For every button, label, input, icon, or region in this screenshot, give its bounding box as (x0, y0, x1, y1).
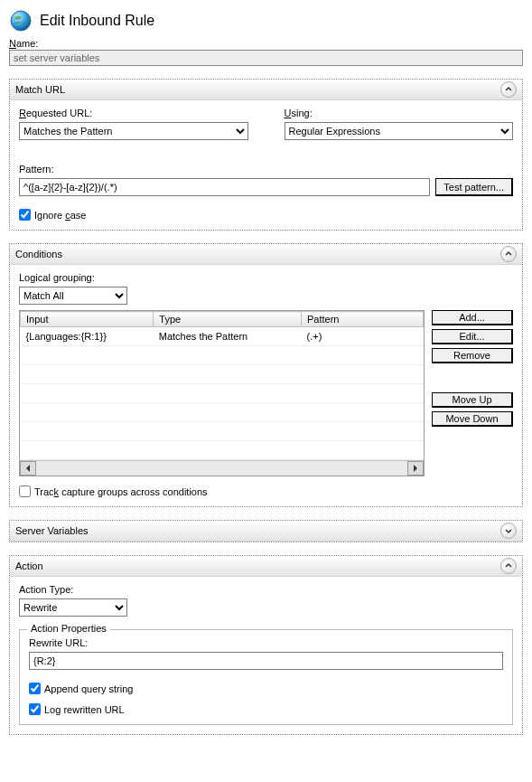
name-input[interactable] (9, 50, 523, 66)
conditions-button-stack: Add... Edit... Remove Move Up Move Down (432, 310, 513, 427)
append-query-label: Append query string (44, 683, 133, 694)
panel-header-action: Action (10, 556, 522, 577)
horizontal-scrollbar[interactable] (20, 460, 424, 476)
rewrite-url-label: Rewrite URL: (29, 637, 503, 648)
using-label: Using: (285, 108, 514, 118)
move-down-button[interactable]: Move Down (432, 411, 513, 427)
panel-match-url: Match URL Requested URL: Matches the Pat… (9, 79, 523, 231)
chevron-up-icon (505, 562, 512, 570)
panel-title: Conditions (15, 249, 62, 259)
col-type[interactable]: Type (154, 312, 302, 327)
table-row[interactable] (21, 346, 424, 365)
table-row[interactable] (21, 384, 424, 403)
pattern-label: Pattern: (19, 164, 513, 174)
requested-url-label: Requested URL: (19, 108, 248, 118)
test-pattern-button[interactable]: Test pattern... (435, 178, 513, 196)
table-row[interactable]: {Languages:{R:1}} Matches the Pattern (.… (21, 327, 424, 346)
scroll-left-icon[interactable] (20, 461, 36, 476)
page-title: Edit Inbound Rule (40, 13, 154, 29)
collapse-button[interactable] (500, 246, 517, 262)
table-row[interactable] (21, 365, 424, 384)
action-type-select[interactable]: Rewrite (19, 598, 127, 617)
track-groups-row: Track capture groups across conditions (19, 485, 513, 497)
collapse-button[interactable] (500, 558, 517, 574)
panel-header-conditions: Conditions (10, 244, 522, 265)
chevron-up-icon (505, 86, 512, 93)
pattern-input[interactable] (19, 178, 430, 196)
name-label: Name: (9, 38, 523, 49)
panel-header-server-variables[interactable]: Server Variables (10, 521, 522, 542)
requested-url-select[interactable]: Matches the Pattern (19, 122, 248, 140)
ignore-case-row: Ignore case (19, 209, 513, 221)
table-header-row: Input Type Pattern (21, 312, 424, 327)
append-query-checkbox[interactable] (29, 683, 41, 694)
panel-title: Server Variables (15, 525, 89, 536)
panel-action: Action Action Type: Rewrite Action Prope… (9, 555, 523, 735)
panel-server-variables: Server Variables (9, 520, 523, 542)
table-row[interactable] (21, 441, 424, 460)
move-up-button[interactable]: Move Up (432, 392, 513, 408)
chevron-up-icon (505, 250, 512, 258)
edit-button[interactable]: Edit... (432, 329, 513, 344)
ignore-case-label: Ignore case (34, 210, 87, 221)
panel-header-match-url: Match URL (10, 80, 522, 100)
using-select[interactable]: Regular Expressions (285, 122, 514, 140)
log-rewritten-label: Log rewritten URL (44, 704, 125, 715)
action-properties-fieldset: Action Properties Rewrite URL: Append qu… (19, 629, 513, 725)
remove-button[interactable]: Remove (432, 348, 513, 363)
log-rewritten-checkbox[interactable] (29, 703, 41, 715)
fieldset-legend: Action Properties (27, 623, 110, 634)
logical-grouping-label: Logical grouping: (19, 272, 513, 283)
col-input[interactable]: Input (21, 312, 154, 327)
table-row[interactable] (21, 422, 424, 441)
panel-conditions: Conditions Logical grouping: Match All I… (9, 243, 523, 507)
chevron-down-icon (505, 527, 512, 534)
add-button[interactable]: Add... (432, 310, 513, 325)
collapse-button[interactable] (500, 81, 517, 98)
globe-icon (9, 9, 33, 33)
page-header: Edit Inbound Rule (9, 9, 523, 33)
svg-point-0 (11, 11, 31, 31)
expand-button[interactable] (500, 523, 517, 539)
logical-grouping-select[interactable]: Match All (19, 287, 127, 305)
track-groups-checkbox[interactable] (19, 485, 31, 497)
action-type-label: Action Type: (19, 584, 513, 595)
panel-title: Match URL (15, 84, 65, 95)
panel-title: Action (15, 561, 43, 571)
col-pattern[interactable]: Pattern (301, 312, 423, 327)
log-rewritten-row: Log rewritten URL (29, 703, 503, 715)
ignore-case-checkbox[interactable] (19, 209, 31, 221)
scroll-right-icon[interactable] (407, 461, 424, 476)
conditions-table[interactable]: Input Type Pattern {Languages:{R:1}} Mat… (19, 310, 425, 476)
table-row[interactable] (21, 403, 424, 422)
rewrite-url-input[interactable] (29, 652, 503, 670)
append-query-row: Append query string (29, 683, 503, 694)
track-groups-label: Track capture groups across conditions (34, 486, 208, 497)
